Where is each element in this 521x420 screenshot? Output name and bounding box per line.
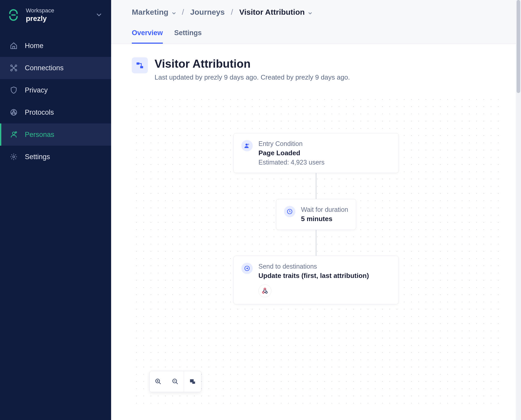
scrollbar-thumb[interactable] [517, 0, 520, 93]
svg-point-2 [15, 65, 17, 66]
flow-connector [316, 173, 316, 199]
svg-point-7 [12, 113, 13, 114]
node-title: 5 minutes [301, 215, 348, 223]
breadcrumb-project[interactable]: Marketing [132, 8, 176, 17]
home-icon [9, 41, 18, 50]
sidebar-item-privacy[interactable]: Privacy [0, 79, 111, 101]
svg-point-4 [15, 69, 17, 71]
node-title: Page Loaded [258, 149, 325, 157]
node-label: Wait for duration [301, 206, 348, 213]
svg-point-3 [11, 69, 12, 71]
svg-point-11 [13, 156, 15, 158]
gear-icon [9, 152, 18, 161]
node-label: Send to destinations [258, 263, 369, 270]
workspace-name: prezly [26, 14, 54, 23]
journey-canvas[interactable]: Entry Condition Page Loaded Estimated: 4… [132, 95, 500, 410]
node-estimate: Estimated: 4,923 users [258, 159, 325, 166]
shield-icon [9, 86, 18, 95]
breadcrumb-separator: / [182, 8, 184, 17]
svg-point-1 [11, 65, 12, 66]
breadcrumb-separator: / [231, 8, 233, 17]
svg-point-6 [13, 111, 14, 112]
node-label: Entry Condition [258, 140, 325, 147]
breadcrumb-label: Marketing [132, 8, 168, 17]
sidebar-item-label: Privacy [25, 86, 48, 94]
svg-rect-29 [192, 382, 195, 384]
sidebar-nav: Home Connections Privacy Protocols Perso… [0, 35, 111, 168]
svg-line-22 [159, 382, 161, 384]
page-title: Visitor Attribution [155, 57, 350, 70]
svg-point-8 [14, 113, 16, 114]
breadcrumb: Marketing / Journeys / Visitor Attributi… [132, 8, 500, 17]
sidebar-item-personas[interactable]: Personas [0, 123, 111, 146]
svg-rect-13 [140, 66, 143, 68]
user-icon [241, 140, 253, 151]
flow-node-destination[interactable]: Send to destinations Update traits (firs… [233, 256, 399, 304]
breadcrumb-current[interactable]: Visitor Attribution [239, 8, 312, 17]
tab-overview[interactable]: Overview [132, 29, 163, 44]
sidebar-item-label: Connections [25, 64, 64, 72]
node-title: Update traits (first, last attribution) [258, 272, 369, 280]
personas-icon [9, 130, 18, 139]
svg-point-10 [15, 132, 17, 133]
breadcrumb-label: Visitor Attribution [239, 8, 305, 17]
sidebar-item-connections[interactable]: Connections [0, 57, 111, 79]
canvas-toolbar [149, 371, 201, 392]
header: Marketing / Journeys / Visitor Attributi… [111, 0, 521, 44]
breadcrumb-label: Journeys [190, 8, 225, 17]
flow-connector [316, 230, 316, 256]
zoom-out-button[interactable] [167, 371, 184, 392]
sidebar-item-label: Protocols [25, 108, 54, 116]
chevron-down-icon [172, 8, 176, 17]
journey-icon [132, 57, 148, 73]
svg-point-14 [246, 144, 248, 146]
connections-icon [9, 64, 18, 72]
clock-icon [284, 206, 295, 217]
protocols-icon [9, 108, 18, 117]
webhook-destination-icon [258, 284, 271, 297]
sidebar-item-settings[interactable]: Settings [0, 146, 111, 168]
chevron-down-icon [308, 8, 312, 17]
flow-node-wait[interactable]: Wait for duration 5 minutes [276, 199, 356, 230]
sidebar-item-label: Home [25, 42, 43, 50]
workspace-switcher[interactable]: Workspace prezly [0, 0, 111, 32]
zoom-in-button[interactable] [150, 371, 167, 392]
sidebar-item-home[interactable]: Home [0, 35, 111, 57]
page-subtitle: Last updated by prezly 9 days ago. Creat… [155, 73, 350, 81]
svg-rect-12 [136, 63, 139, 65]
chevron-down-icon [97, 13, 101, 18]
logo-icon [7, 9, 20, 21]
tab-settings[interactable]: Settings [174, 29, 202, 44]
svg-point-15 [248, 144, 249, 145]
scrollbar[interactable] [516, 0, 521, 420]
sidebar-item-label: Personas [25, 131, 54, 139]
tabs: Overview Settings [132, 29, 500, 44]
flow-node-entry[interactable]: Entry Condition Page Loaded Estimated: 4… [233, 133, 399, 173]
send-icon [241, 263, 253, 274]
breadcrumb-section[interactable]: Journeys [190, 8, 225, 17]
minimap-button[interactable] [184, 371, 201, 392]
workspace-label: Workspace [26, 7, 54, 14]
sidebar: Workspace prezly Home Connections Privac… [0, 0, 111, 420]
main: Marketing / Journeys / Visitor Attributi… [111, 0, 521, 420]
sidebar-item-protocols[interactable]: Protocols [0, 101, 111, 123]
sidebar-item-label: Settings [25, 153, 50, 161]
svg-line-26 [176, 382, 178, 384]
content: Visitor Attribution Last updated by prez… [111, 44, 521, 420]
svg-point-9 [12, 132, 15, 135]
